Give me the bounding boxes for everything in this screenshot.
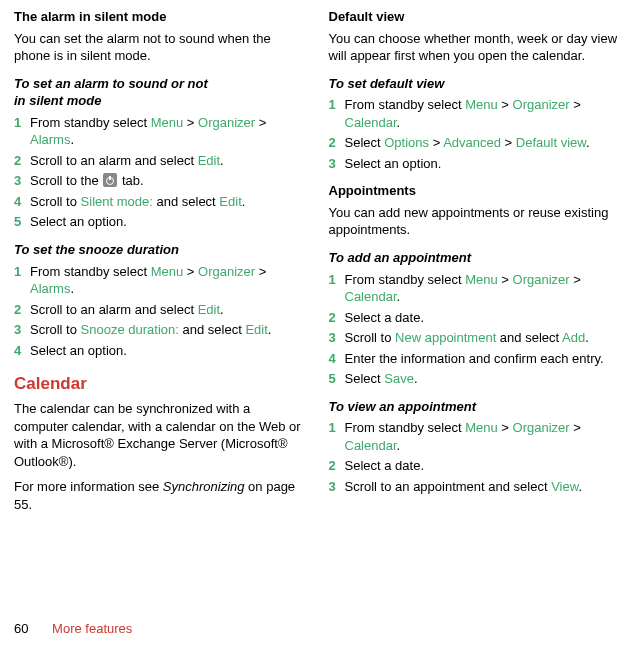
list-item: 2Select Options > Advanced > Default vie… bbox=[329, 134, 620, 152]
section-heading: Default view bbox=[329, 8, 620, 26]
view-appointment-section: To view an appointment 1From standby sel… bbox=[329, 398, 620, 496]
list-item: 3Scroll to an appointment and select Vie… bbox=[329, 478, 620, 496]
menu-label: Silent mode: bbox=[81, 194, 153, 209]
menu-label: Calendar bbox=[345, 115, 397, 130]
right-column: Default view You can choose whether mont… bbox=[329, 8, 620, 518]
list-item: 2Scroll to an alarm and select Edit. bbox=[14, 301, 305, 319]
page-footer: 60 More features bbox=[14, 620, 132, 638]
left-column: The alarm in silent mode You can set the… bbox=[14, 8, 305, 518]
list-item: 5Select an option. bbox=[14, 213, 305, 231]
body-text: For more information see Synchronizing o… bbox=[14, 478, 305, 513]
list-item: 2Select a date. bbox=[329, 309, 620, 327]
menu-label: Advanced bbox=[443, 135, 501, 150]
menu-label: Edit bbox=[198, 302, 220, 317]
list-item: 3Scroll to Snooze duration: and select E… bbox=[14, 321, 305, 339]
menu-label: New appointment bbox=[395, 330, 496, 345]
menu-label: Save bbox=[384, 371, 414, 386]
section-heading: The alarm in silent mode bbox=[14, 8, 305, 26]
calendar-heading: Calendar bbox=[14, 373, 305, 396]
list-item: 3Select an option. bbox=[329, 155, 620, 173]
menu-label: Edit bbox=[219, 194, 241, 209]
step-list: 1From standby select Menu > Organizer > … bbox=[329, 271, 620, 388]
menu-label: Calendar bbox=[345, 438, 397, 453]
menu-label: Menu bbox=[151, 115, 184, 130]
add-appointment-section: To add an appointment 1From standby sele… bbox=[329, 249, 620, 388]
body-text: You can choose whether month, week or da… bbox=[329, 30, 620, 65]
menu-label: Snooze duration: bbox=[81, 322, 179, 337]
menu-label: Menu bbox=[465, 420, 498, 435]
step-list: 1From standby select Menu > Organizer > … bbox=[14, 114, 305, 231]
section-name: More features bbox=[52, 621, 132, 636]
menu-label: Menu bbox=[465, 272, 498, 287]
step-list: 1From standby select Menu > Organizer > … bbox=[329, 96, 620, 172]
menu-label: Add bbox=[562, 330, 585, 345]
menu-label: View bbox=[551, 479, 578, 494]
list-item: 3Scroll to New appointment and select Ad… bbox=[329, 329, 620, 347]
menu-label: Edit bbox=[198, 153, 220, 168]
menu-label: Default view bbox=[516, 135, 586, 150]
set-default-view-section: To set default view 1From standby select… bbox=[329, 75, 620, 173]
menu-label: Menu bbox=[151, 264, 184, 279]
list-item: 1From standby select Menu > Organizer > … bbox=[329, 96, 620, 131]
step-list: 1From standby select Menu > Organizer > … bbox=[14, 263, 305, 360]
section-heading: Appointments bbox=[329, 182, 620, 200]
body-text: The calendar can be synchronized with a … bbox=[14, 400, 305, 470]
menu-label: Menu bbox=[465, 97, 498, 112]
list-item: 2Scroll to an alarm and select Edit. bbox=[14, 152, 305, 170]
list-item: 5Select Save. bbox=[329, 370, 620, 388]
menu-label: Organizer bbox=[513, 272, 570, 287]
body-text: You can add new appointments or reuse ex… bbox=[329, 204, 620, 239]
list-item: 4Scroll to Silent mode: and select Edit. bbox=[14, 193, 305, 211]
menu-label: Alarms bbox=[30, 281, 70, 296]
page-number: 60 bbox=[14, 621, 28, 636]
step-list: 1From standby select Menu > Organizer > … bbox=[329, 419, 620, 495]
task-heading: To view an appointment bbox=[329, 398, 620, 416]
list-item: 1From standby select Menu > Organizer > … bbox=[329, 419, 620, 454]
alarm-silent-section: The alarm in silent mode You can set the… bbox=[14, 8, 305, 65]
list-item: 4Enter the information and confirm each … bbox=[329, 350, 620, 368]
menu-label: Edit bbox=[245, 322, 267, 337]
appointments-section: Appointments You can add new appointment… bbox=[329, 182, 620, 239]
task-heading: To set an alarm to sound or notin silent… bbox=[14, 75, 305, 110]
task-heading: To set the snooze duration bbox=[14, 241, 305, 259]
menu-label: Organizer bbox=[513, 97, 570, 112]
list-item: 4Select an option. bbox=[14, 342, 305, 360]
menu-label: Organizer bbox=[198, 115, 255, 130]
page-content: The alarm in silent mode You can set the… bbox=[0, 0, 633, 518]
list-item: 1From standby select Menu > Organizer > … bbox=[14, 263, 305, 298]
task-heading: To set default view bbox=[329, 75, 620, 93]
task-heading: To add an appointment bbox=[329, 249, 620, 267]
default-view-section: Default view You can choose whether mont… bbox=[329, 8, 620, 65]
set-alarm-silent-section: To set an alarm to sound or notin silent… bbox=[14, 75, 305, 231]
list-item: 3Scroll to the tab. bbox=[14, 172, 305, 190]
menu-label: Organizer bbox=[513, 420, 570, 435]
clock-tab-icon bbox=[103, 173, 117, 187]
menu-label: Calendar bbox=[345, 289, 397, 304]
list-item: 2Select a date. bbox=[329, 457, 620, 475]
body-text: You can set the alarm not to sound when … bbox=[14, 30, 305, 65]
menu-label: Alarms bbox=[30, 132, 70, 147]
list-item: 1From standby select Menu > Organizer > … bbox=[329, 271, 620, 306]
menu-label: Organizer bbox=[198, 264, 255, 279]
menu-label: Options bbox=[384, 135, 429, 150]
list-item: 1From standby select Menu > Organizer > … bbox=[14, 114, 305, 149]
snooze-duration-section: To set the snooze duration 1From standby… bbox=[14, 241, 305, 359]
